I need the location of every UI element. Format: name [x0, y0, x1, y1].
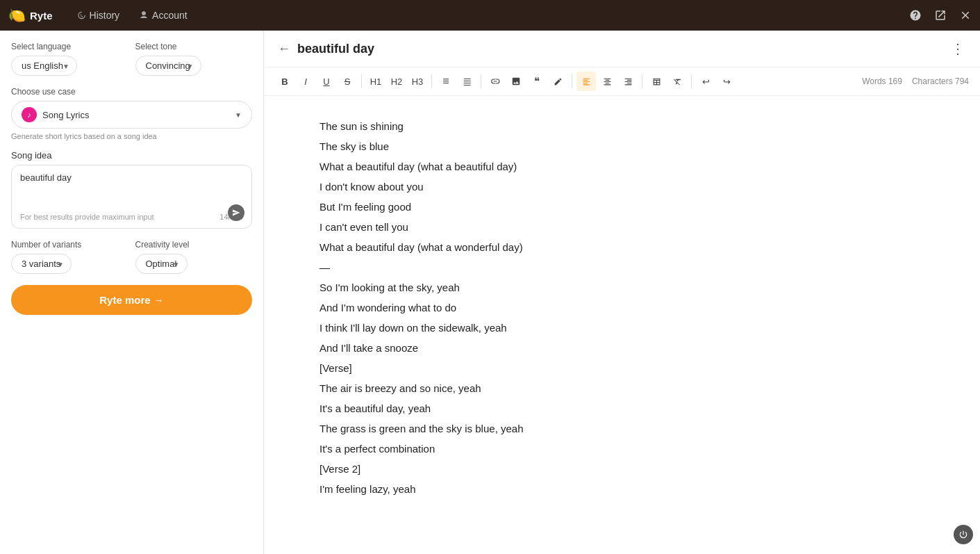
- content-line: [Verse]: [319, 359, 924, 377]
- history-icon: [76, 10, 86, 20]
- editor-toolbar: B I U S H1 H2 H3 ≡ ≣ ❝: [264, 67, 980, 96]
- italic-button[interactable]: I: [296, 72, 315, 91]
- use-case-arrow: ▼: [235, 111, 242, 119]
- help-icon[interactable]: [909, 9, 922, 22]
- logo-icon: 🍋: [8, 7, 26, 24]
- use-case-label: Choose use case: [11, 87, 252, 97]
- align-center-button[interactable]: [597, 72, 617, 91]
- toolbar-separator-1: [361, 74, 362, 88]
- app-logo[interactable]: 🍋 Ryte: [8, 7, 53, 24]
- undo-button[interactable]: ↩: [696, 72, 715, 91]
- align-right-icon: [624, 77, 633, 86]
- content-line: I'm feeling lazy, yeah: [319, 480, 924, 498]
- logo-label: Ryte: [30, 10, 53, 22]
- toolbar-separator-6: [691, 74, 692, 88]
- creativity-dropdown[interactable]: Optimal Low High Max: [146, 259, 177, 269]
- content-line: So I'm looking at the sky, yeah: [319, 278, 924, 297]
- tone-select[interactable]: Convincing Formal Casual ▼: [135, 56, 201, 76]
- variants-label: Number of variants: [11, 240, 128, 250]
- external-link-icon[interactable]: [934, 9, 947, 22]
- content-line: [Verse 2]: [319, 459, 924, 478]
- link-button[interactable]: [485, 72, 505, 91]
- nav-history[interactable]: History: [67, 0, 130, 31]
- language-dropdown[interactable]: us English UK English French German: [22, 60, 67, 71]
- variants-select[interactable]: 3 variants 1 variant 2 variants ▼: [11, 254, 72, 274]
- content-line: And I'll take a snooze: [319, 339, 924, 357]
- creativity-select[interactable]: Optimal Low High Max ▼: [135, 254, 188, 274]
- variants-dropdown[interactable]: 3 variants 1 variant 2 variants: [22, 259, 61, 269]
- variants-creativity-row: Number of variants 3 variants 1 variant …: [11, 240, 252, 274]
- textarea-footer: For best results provide maximum input 1…: [20, 213, 243, 221]
- song-idea-wrapper: beautiful day For best results provide m…: [11, 165, 252, 229]
- language-tone-row: Select language us English UK English Fr…: [11, 42, 252, 76]
- ryte-more-button[interactable]: Ryte more →: [11, 285, 252, 315]
- align-left-icon: [582, 77, 591, 86]
- content-line: But I'm feeling good: [319, 197, 924, 216]
- redo-button[interactable]: ↪: [717, 72, 736, 91]
- content-area: ← beautiful day ⋮ B I U S H1 H2 H3 ≡ ≣ ❝: [264, 31, 980, 554]
- content-line: The sun is shining: [319, 117, 924, 136]
- content-line: And I'm wondering what to do: [319, 298, 924, 317]
- clear-format-icon: [673, 77, 682, 86]
- use-case-select[interactable]: ♪ Song Lyrics ▼: [11, 101, 252, 129]
- use-case-icon: ♪: [22, 107, 37, 122]
- creativity-col: Creativity level Optimal Low High Max ▼: [135, 240, 253, 274]
- toolbar-separator-4: [572, 74, 572, 88]
- song-idea-label: Song idea: [11, 150, 252, 161]
- toolbar-separator-2: [431, 74, 432, 88]
- clear-format-button[interactable]: [667, 72, 687, 91]
- content-line: The sky is blue: [319, 137, 924, 156]
- editor-area[interactable]: The sun is shiningThe sky is blueWhat a …: [264, 96, 980, 554]
- select-language-label: Select language: [11, 42, 128, 51]
- table-button[interactable]: [647, 72, 666, 91]
- ordered-list-button[interactable]: ≣: [457, 72, 476, 91]
- h1-button[interactable]: H1: [366, 72, 385, 91]
- power-button[interactable]: [954, 525, 973, 544]
- toolbar-separator-3: [481, 74, 481, 88]
- close-icon[interactable]: [959, 9, 972, 22]
- align-left-button[interactable]: [576, 72, 596, 91]
- h3-button[interactable]: H3: [408, 72, 427, 91]
- generate-icon[interactable]: [228, 204, 244, 221]
- top-navigation: 🍋 Ryte History Account: [0, 0, 980, 31]
- quote-button[interactable]: ❝: [527, 72, 547, 91]
- link-icon: [490, 76, 500, 86]
- h2-button[interactable]: H2: [387, 72, 406, 91]
- song-idea-section: Song idea beautiful day For best results…: [11, 150, 252, 229]
- content-header: ← beautiful day ⋮: [264, 31, 980, 67]
- content-line: I think I'll lay down on the sidewalk, y…: [319, 318, 924, 337]
- send-icon: [232, 209, 240, 217]
- pen-button[interactable]: [548, 72, 567, 91]
- back-button[interactable]: ←: [278, 42, 290, 56]
- image-button[interactable]: [506, 72, 526, 91]
- language-tone-section: Select language us English UK English Fr…: [11, 42, 252, 76]
- nav-account[interactable]: Account: [129, 0, 197, 31]
- strikethrough-button[interactable]: S: [338, 72, 357, 91]
- chars-stat: Characters 794: [912, 76, 969, 86]
- more-options-button[interactable]: ⋮: [951, 40, 966, 57]
- bold-button[interactable]: B: [275, 72, 294, 91]
- bullet-list-button[interactable]: ≡: [436, 72, 456, 91]
- content-line: —: [319, 258, 924, 277]
- textarea-hint: For best results provide maximum input: [20, 213, 154, 221]
- content-line: What a beautiful day (what a beautiful d…: [319, 157, 924, 176]
- toolbar-stats: Words 169 Characters 794: [862, 76, 969, 86]
- align-right-button[interactable]: [618, 72, 638, 91]
- toolbar-separator-5: [642, 74, 642, 88]
- nav-history-label: History: [90, 10, 120, 21]
- tone-dropdown[interactable]: Convincing Formal Casual: [146, 60, 191, 71]
- sidebar: Select language us English UK English Fr…: [0, 31, 264, 554]
- use-case-description: Generate short lyrics based on a song id…: [11, 132, 252, 140]
- language-select[interactable]: us English UK English French German ▼: [11, 56, 77, 76]
- underline-button[interactable]: U: [317, 72, 336, 91]
- nav-account-label: Account: [152, 10, 188, 21]
- image-icon: [511, 76, 521, 86]
- select-tone-label: Select tone: [135, 42, 253, 51]
- content-line: The grass is green and the sky is blue, …: [319, 419, 924, 438]
- song-idea-input[interactable]: beautiful day: [20, 172, 243, 207]
- document-title: beautiful day: [297, 42, 951, 56]
- use-case-value: Song Lyrics: [42, 110, 229, 120]
- use-case-section: Choose use case ♪ Song Lyrics ▼ Generate…: [11, 87, 252, 140]
- content-line: What a beautiful day (what a wonderful d…: [319, 238, 924, 256]
- content-line: I can't even tell you: [319, 218, 924, 236]
